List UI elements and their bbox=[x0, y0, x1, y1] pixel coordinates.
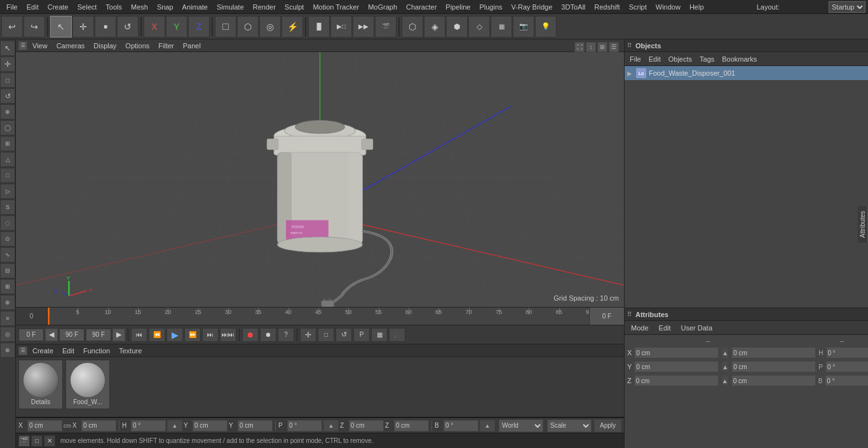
mat-menu-create[interactable]: Create bbox=[29, 346, 57, 355]
pb-scale-tool[interactable]: □ bbox=[318, 328, 334, 342]
nurbs-button[interactable]: ⬢ bbox=[446, 16, 468, 37]
vmenu-display[interactable]: Display bbox=[90, 41, 120, 50]
left-tool-rotate[interactable]: ↺ bbox=[0, 88, 15, 104]
obj-manager-content[interactable]: ▶ Lo Food_Waste_Disposer_001 bbox=[625, 66, 868, 308]
left-tool-11[interactable]: ◌ bbox=[0, 215, 15, 231]
menu-render[interactable]: Render bbox=[249, 2, 280, 12]
left-tool-13[interactable]: ∿ bbox=[0, 247, 15, 262]
coord-p-input[interactable] bbox=[287, 420, 322, 431]
coord-h-up[interactable]: ▲ bbox=[167, 420, 182, 431]
left-tool-scale[interactable]: □ bbox=[0, 72, 15, 88]
world-select[interactable]: World Object bbox=[499, 419, 543, 432]
coord-z-input[interactable] bbox=[349, 420, 384, 431]
z-axis-button[interactable]: Z bbox=[188, 16, 210, 37]
character-button[interactable]: ▦ bbox=[491, 16, 512, 37]
menu-character[interactable]: Character bbox=[402, 2, 440, 12]
menu-simulate[interactable]: Simulate bbox=[213, 2, 248, 12]
status-icon-2[interactable]: □ bbox=[31, 435, 43, 447]
menu-3dtoall[interactable]: 3DToAll bbox=[557, 2, 589, 12]
attr-h-val[interactable] bbox=[826, 347, 869, 358]
undo-button[interactable]: ↩ bbox=[1, 16, 23, 37]
attr-y-unit1[interactable]: ▲ bbox=[721, 361, 729, 372]
left-tool-5[interactable]: ◯ bbox=[0, 120, 15, 135]
obj-expand-icon[interactable]: ▶ bbox=[627, 70, 634, 77]
frame-from-arrow[interactable]: ◀ bbox=[45, 329, 58, 341]
status-icon-1[interactable]: 🎬 bbox=[18, 435, 30, 447]
mat-handle[interactable]: ⠿ bbox=[18, 346, 27, 355]
menu-plugins[interactable]: Plugins bbox=[475, 2, 506, 12]
pb-p-tool[interactable]: P bbox=[353, 328, 370, 342]
menu-motion-tracker[interactable]: Motion Tracker bbox=[309, 2, 363, 12]
scale-select[interactable]: Scale bbox=[547, 419, 592, 432]
move-tool-button[interactable]: ✛ bbox=[72, 16, 94, 37]
attr-menu-edit[interactable]: Edit bbox=[655, 323, 675, 332]
menu-edit[interactable]: Edit bbox=[23, 2, 43, 12]
attr-x-size[interactable] bbox=[731, 347, 816, 358]
key-help-button[interactable]: ? bbox=[278, 328, 294, 342]
render-view-button[interactable]: ▶□ bbox=[330, 16, 352, 37]
rotate-tool-button[interactable]: ↺ bbox=[117, 16, 139, 37]
left-tool-8[interactable]: □ bbox=[0, 168, 15, 183]
status-icon-3[interactable]: ✕ bbox=[44, 435, 55, 447]
render-region-button[interactable]: ▐▌ bbox=[308, 16, 330, 37]
coord-y2-input[interactable] bbox=[238, 420, 273, 431]
left-tool-model[interactable]: ↖ bbox=[0, 41, 15, 56]
vmenu-cameras[interactable]: Cameras bbox=[53, 41, 89, 50]
cube-button[interactable]: □ bbox=[215, 16, 236, 37]
goto-end-button[interactable]: ⏭ bbox=[202, 328, 219, 342]
last-frame-button[interactable]: ⏭⏭ bbox=[220, 328, 236, 342]
attr-x-unit1[interactable]: ▲ bbox=[721, 347, 729, 358]
vp-icon-2[interactable]: ↕ bbox=[586, 42, 596, 52]
viewport-handle[interactable]: ⠿ bbox=[18, 41, 27, 50]
menu-help[interactable]: Help bbox=[686, 2, 708, 12]
obj-menu-objects[interactable]: Objects bbox=[666, 55, 695, 64]
viewport[interactable]: ⠿ View Cameras Display Options Filter Pa… bbox=[16, 39, 624, 307]
play-forward-button[interactable]: ▶ bbox=[166, 328, 183, 342]
frame-to-arrow[interactable]: ▶ bbox=[112, 329, 125, 341]
vmenu-view[interactable]: View bbox=[29, 41, 51, 50]
left-tool-14[interactable]: ⊟ bbox=[0, 263, 15, 278]
scene-button[interactable]: 📷 bbox=[513, 16, 534, 37]
menu-pipeline[interactable]: Pipeline bbox=[442, 2, 474, 12]
coord-p-up[interactable]: ▲ bbox=[323, 420, 339, 431]
left-tool-17[interactable]: ≡ bbox=[0, 311, 15, 326]
menu-sculpt[interactable]: Sculpt bbox=[281, 2, 308, 12]
attr-z-pos[interactable] bbox=[634, 375, 719, 386]
attr-y-size[interactable] bbox=[731, 361, 816, 372]
menu-mograph[interactable]: MoGraph bbox=[364, 2, 401, 12]
vmenu-filter[interactable]: Filter bbox=[154, 41, 177, 50]
x-axis-button[interactable]: X bbox=[144, 16, 165, 37]
left-tool-10[interactable]: S bbox=[0, 200, 15, 215]
attr-z-size[interactable] bbox=[731, 375, 816, 386]
attr-p-val[interactable] bbox=[825, 361, 868, 372]
deform-button[interactable]: ◇ bbox=[468, 16, 490, 37]
obj-menu-file[interactable]: File bbox=[627, 55, 644, 64]
left-tool-12[interactable]: ⊙ bbox=[0, 231, 15, 247]
viewport-3d-area[interactable]: FOOD WASTE bbox=[16, 52, 624, 307]
y-axis-button[interactable]: Y bbox=[166, 16, 187, 37]
timeline-ruler[interactable]: 051015202530354045505560657075808590 bbox=[48, 308, 589, 325]
obj-menu-edit[interactable]: Edit bbox=[646, 55, 663, 64]
menu-vray[interactable]: V-Ray Bridge bbox=[508, 2, 557, 12]
attr-x-pos[interactable] bbox=[634, 347, 719, 358]
attr-y-pos[interactable] bbox=[634, 361, 719, 372]
tab-attributes[interactable]: Attributes bbox=[858, 205, 868, 242]
goto-start-button[interactable]: ⏮ bbox=[131, 328, 147, 342]
menu-tools[interactable]: Tools bbox=[102, 2, 126, 12]
coord-h-input[interactable] bbox=[131, 420, 166, 431]
pb-grid-tool[interactable]: ▦ bbox=[371, 328, 388, 342]
coord-b-up[interactable]: ▲ bbox=[480, 420, 495, 431]
render-to-po-button[interactable]: 🎬 bbox=[375, 16, 397, 37]
prev-frame-button[interactable]: ⏪ bbox=[149, 328, 165, 342]
render-picture-button[interactable]: ▶▶ bbox=[353, 16, 374, 37]
obj-menu-bookmarks[interactable]: Bookmarks bbox=[719, 55, 759, 64]
vp-icon-3[interactable]: ⊞ bbox=[597, 42, 607, 52]
pb-move-tool[interactable]: ✛ bbox=[300, 328, 316, 342]
attr-menu-mode[interactable]: Mode bbox=[627, 323, 653, 332]
polygon-button[interactable]: ⬡ bbox=[402, 16, 423, 37]
attr-b-val[interactable] bbox=[825, 375, 868, 386]
obj-menu-tags[interactable]: Tags bbox=[697, 55, 717, 64]
left-tool-4[interactable]: ⊕ bbox=[0, 104, 15, 119]
pb-camera-tool[interactable]: 🎥 bbox=[389, 328, 405, 342]
material-swatch-0[interactable]: Details bbox=[18, 360, 63, 409]
